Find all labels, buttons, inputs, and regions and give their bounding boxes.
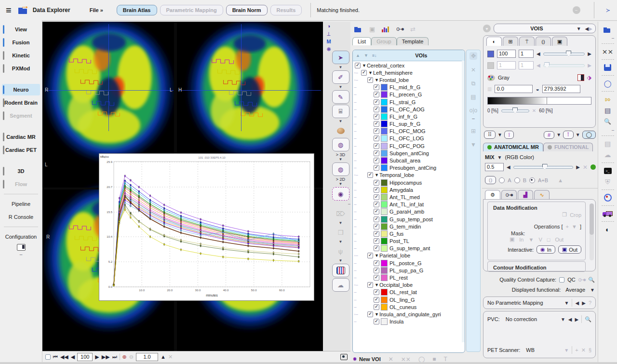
voi-item-g_sup_temp_post[interactable]: –G_sup_temp_post <box>353 216 465 223</box>
voi-checkbox[interactable] <box>367 311 373 317</box>
voi-item-g_fus[interactable]: –G_fus <box>353 230 465 237</box>
parametric-mapping-value[interactable]: No Parametric Mapping <box>487 300 562 306</box>
voi-color-chip[interactable] <box>381 216 388 223</box>
iso-3d-dropdown[interactable]: ▼ <box>331 157 350 162</box>
sort-down-icon[interactable]: ▼ <box>364 53 368 58</box>
voi-item-ol_cuneus[interactable]: –OL_cuneus <box>353 303 465 310</box>
voi-checkbox[interactable] <box>367 77 373 83</box>
voi-color-chip[interactable] <box>381 267 388 274</box>
radio-channel-a[interactable] <box>499 177 505 183</box>
pet-scanner-value[interactable]: WB <box>526 347 561 353</box>
voi-checkbox[interactable] <box>374 143 379 149</box>
sidebar-item-fusion[interactable]: Fusion <box>2 37 40 48</box>
tab-sync-icon[interactable]: ⦅⦆ <box>536 37 551 46</box>
invert-lut-icon[interactable] <box>577 74 584 81</box>
tab-contrast-icon[interactable]: ◐ <box>486 37 502 46</box>
batch-transport-icon[interactable] <box>603 211 613 217</box>
pen-tool-button[interactable]: ✎ <box>332 90 349 104</box>
tab-curve-icon[interactable]: ∿ <box>534 190 550 199</box>
voi-color-chip[interactable] <box>381 245 388 252</box>
interactive-out-button[interactable]: ▣Out <box>558 245 581 254</box>
sidebar-item-cardiac-mr[interactable]: Cardiac MR <box>2 131 40 143</box>
voi-color-chip[interactable] <box>381 297 388 303</box>
pvc-next[interactable]: ▶ <box>575 317 579 322</box>
eraser-dropdown[interactable]: ▼ <box>331 221 350 225</box>
auto-contrast-icon[interactable]: ◒ <box>536 86 539 93</box>
voi-color-chip[interactable] <box>381 208 388 215</box>
voi-group-cerebral_cortex[interactable]: ▼Cerebral_cortex <box>353 62 465 69</box>
pvc-dropdown[interactable]: ▼ <box>561 317 565 322</box>
voi-checkbox[interactable] <box>374 209 379 215</box>
tab-pin-icon[interactable]: ⍡ <box>519 37 535 46</box>
target-icon[interactable] <box>604 194 612 202</box>
voi-item-fl_strai_g[interactable]: –FL_strai_G <box>353 98 465 106</box>
close-all-icon[interactable]: ⨯⨯ <box>603 47 613 56</box>
voi-list-scrollbar[interactable] <box>462 61 465 342</box>
collapse-selector-icon[interactable]: ▾ <box>483 25 491 32</box>
voi-item-ol_rest_lat[interactable]: –OL_rest_lat <box>353 289 465 296</box>
slice-number-input[interactable]: 100 <box>497 50 516 58</box>
layout-grid-button[interactable]: ⠿ <box>484 131 496 139</box>
tab-histogram-icon[interactable]: ▟ <box>518 190 533 199</box>
sphere-tool-icon[interactable] <box>333 124 349 137</box>
sidebar-item-neuro[interactable]: Neuro <box>2 84 40 95</box>
voi-color-chip[interactable] <box>381 106 388 113</box>
voi-item-fl_ofc_aog[interactable]: –FL_OFC_AOG <box>353 106 465 113</box>
voi-item-ant_tl_med[interactable]: –Ant_TL_med <box>353 193 465 201</box>
layout-grid-dropdown[interactable]: ▼ <box>497 132 502 137</box>
voi-item-g_tem_midin[interactable]: –G_tem_midin <box>353 223 465 230</box>
voi-outline-button[interactable]: ◯ <box>582 131 596 139</box>
voi-item-amygdala[interactable]: –Amygdala <box>353 186 465 193</box>
slice-right-arrow[interactable]: ▶ <box>588 51 591 56</box>
voi-color-chip[interactable] <box>381 91 388 98</box>
iso-2d-tool-button[interactable]: ◍ <box>332 162 349 176</box>
voi-checkbox[interactable] <box>374 275 379 281</box>
voi-checkbox[interactable] <box>361 70 367 76</box>
statistics-icon[interactable] <box>382 26 389 32</box>
voi-checkbox[interactable] <box>374 121 379 127</box>
mip-button[interactable]: ⟟ <box>504 131 514 139</box>
voi-group-temporal_lobe[interactable]: ◦–▼Temporal_lobe <box>353 172 465 179</box>
configuration-icon[interactable] <box>17 244 26 251</box>
voi-color-chip[interactable] <box>381 274 388 281</box>
voi-item-subcall_area[interactable]: –Subcall_area <box>353 157 465 164</box>
slice-left-arrow[interactable]: ◀ <box>537 51 540 56</box>
voi-checkbox[interactable] <box>367 282 373 288</box>
file-menu-button[interactable]: File » <box>90 7 103 13</box>
voi-checkbox[interactable] <box>367 253 373 258</box>
voi-color-chip[interactable] <box>381 99 388 106</box>
voi-checkbox[interactable] <box>374 92 379 97</box>
lut-options-icon[interactable]: ⬗ <box>587 74 591 81</box>
print-icon[interactable]: ▤ <box>603 106 613 115</box>
sidebar-item-cardiac-pet[interactable]: Cardiac PET <box>2 144 40 156</box>
sort-list-icon[interactable]: ≡↓ <box>372 53 377 58</box>
cloud-tool-button[interactable]: ☁ <box>332 278 349 292</box>
pvc-prev[interactable]: ◀ <box>568 317 572 322</box>
voi-group-left_hemisphere[interactable]: ◦–▼Left_hemisphere <box>353 69 465 76</box>
sidebar-item-pipeline[interactable]: Pipeline <box>2 198 40 210</box>
expand-twist-icon[interactable]: ▼ <box>375 173 379 177</box>
voi-color-chip[interactable] <box>381 84 388 91</box>
voi-checkbox[interactable] <box>355 63 361 68</box>
sidebar-item-pxmod[interactable]: PXMod <box>2 63 40 74</box>
parametric-next[interactable]: ▶ <box>582 300 586 306</box>
prev-frame-button[interactable]: ◀ <box>71 354 75 360</box>
link-icon[interactable]: o–● <box>396 26 403 32</box>
iso-2d-dropdown[interactable]: ▼ <box>331 182 350 186</box>
percent-slider[interactable] <box>501 109 529 112</box>
voi-color-chip[interactable] <box>381 128 388 135</box>
contrast-icon[interactable]: ◐ <box>603 225 613 234</box>
annotations-dropdown[interactable]: ▼ <box>576 132 580 137</box>
first-frame-button[interactable]: ⏮ <box>53 354 58 360</box>
voi-checkbox[interactable] <box>374 319 379 324</box>
grid-overlay-button[interactable]: # <box>544 131 554 139</box>
save-icon[interactable] <box>604 64 611 71</box>
voi-item-hippocampus[interactable]: –Hippocampus <box>353 179 465 186</box>
mix-slider[interactable] <box>513 166 574 169</box>
vois-dropdown-icon[interactable]: ▼ <box>577 26 581 31</box>
tab-brain-atlas[interactable]: Brain Atlas <box>117 5 157 15</box>
console-icon[interactable]: >_ <box>604 168 612 174</box>
voi-color-chip[interactable] <box>381 187 388 193</box>
grayscale-gradient-bar[interactable] <box>487 97 591 105</box>
voi-checkbox[interactable] <box>374 135 379 141</box>
